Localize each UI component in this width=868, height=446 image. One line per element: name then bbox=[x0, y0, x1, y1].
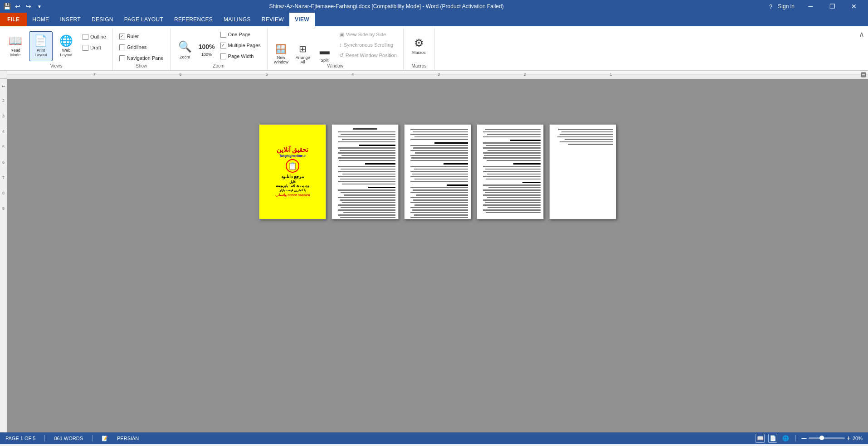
customize-quick-access-button[interactable]: ▼ bbox=[34, 1, 44, 11]
one-page-label: One Page bbox=[228, 32, 251, 37]
read-mode-button[interactable]: 📖 ReadMode bbox=[4, 31, 27, 61]
tab-design[interactable]: DESIGN bbox=[86, 13, 119, 26]
word-count: 861 WORDS bbox=[54, 436, 83, 441]
status-bar: PAGE 1 OF 5 861 WORDS 📝 PERSIAN 📖 📄 🌐 ─ … bbox=[0, 432, 868, 444]
window-title: Shiraz-Az-Nazar-Ejtemaee-Farhangi.docx [… bbox=[4, 3, 769, 10]
page-width-button[interactable]: Page Width bbox=[218, 52, 263, 61]
redo-button[interactable]: ↪ bbox=[24, 1, 34, 11]
close-button[interactable]: ✕ bbox=[844, 0, 864, 13]
document-page-5[interactable] bbox=[549, 124, 616, 219]
v-ruler-2: 2 bbox=[2, 98, 5, 103]
language: PERSIAN bbox=[117, 436, 139, 441]
read-mode-label: ReadMode bbox=[10, 48, 21, 57]
navigation-pane-checkbox[interactable] bbox=[119, 55, 125, 61]
status-separator-2 bbox=[92, 435, 93, 441]
page1-desc3: با کمترین قیمت بازار bbox=[279, 189, 306, 192]
ruler-label: Ruler bbox=[127, 34, 139, 39]
zoom-slider[interactable] bbox=[809, 437, 845, 439]
document-area[interactable]: تحقیق آنلاین Tahghighonline.ir 📋 مرجع دا… bbox=[7, 79, 868, 432]
ribbon-group-show: ✓ Ruler Gridlines Navigation Pane Show bbox=[113, 28, 171, 70]
navigation-pane-button[interactable]: Navigation Pane bbox=[117, 53, 166, 63]
one-page-button[interactable]: One Page bbox=[218, 30, 263, 39]
tab-mailings[interactable]: MAILINGS bbox=[218, 13, 256, 26]
zoom-decrease-button[interactable]: ─ bbox=[801, 434, 806, 442]
ruler-button[interactable]: ✓ Ruler bbox=[117, 32, 166, 41]
tab-insert[interactable]: INSERT bbox=[54, 13, 86, 26]
outline-button[interactable]: Outline bbox=[80, 32, 109, 41]
synchronous-scrolling-button[interactable]: ↕ Synchronous Scrolling bbox=[336, 40, 400, 49]
save-button[interactable]: 💾 bbox=[2, 1, 12, 11]
web-layout-button[interactable]: 🌐 WebLayout bbox=[54, 31, 78, 61]
collapse-icon[interactable]: ∧ bbox=[859, 30, 864, 39]
ruler-container-row: 7 6 5 4 3 2 1 bbox=[0, 71, 868, 79]
minimize-button[interactable]: ─ bbox=[800, 0, 821, 13]
status-web-layout-button[interactable]: 🌐 bbox=[781, 434, 790, 443]
page2-header bbox=[335, 128, 395, 130]
tab-home[interactable]: HOME bbox=[27, 13, 54, 26]
arrange-all-label: ArrangeAll bbox=[296, 55, 310, 64]
multiple-pages-label: Multiple Pages bbox=[228, 43, 261, 48]
print-layout-button[interactable]: 📄 PrintLayout bbox=[29, 31, 53, 61]
read-mode-icon: 📖 bbox=[9, 35, 22, 46]
zoom-label: Zoom bbox=[180, 55, 190, 59]
tab-view[interactable]: VIEW bbox=[289, 13, 315, 26]
new-window-label: NewWindow bbox=[274, 55, 288, 64]
tab-page-layout[interactable]: PAGE LAYOUT bbox=[119, 13, 169, 26]
v-ruler-4: 4 bbox=[2, 129, 5, 134]
zoom-100-button[interactable]: 100% 100% bbox=[198, 35, 216, 65]
tab-review[interactable]: REVIEW bbox=[256, 13, 289, 26]
page1-content: تحقیق آنلاین Tahghighonline.ir 📋 مرجع دا… bbox=[259, 125, 326, 219]
status-print-layout-button[interactable]: 📄 bbox=[768, 434, 777, 443]
page2-content bbox=[332, 125, 398, 219]
view-side-by-side-button[interactable]: ▣ View Side by Side bbox=[336, 30, 400, 39]
page-width-checkbox[interactable] bbox=[220, 53, 226, 59]
document-page-3[interactable] bbox=[404, 124, 471, 219]
gridlines-button[interactable]: Gridlines bbox=[117, 43, 166, 52]
tab-file[interactable]: FILE bbox=[0, 13, 27, 26]
spell-check-icon[interactable]: 📝 bbox=[102, 436, 108, 441]
page1-desc2: ورد-پی دی اف - پاورپوینت bbox=[276, 184, 309, 188]
zoom-thumb[interactable] bbox=[819, 436, 824, 440]
gridlines-checkbox[interactable] bbox=[119, 44, 125, 50]
page3-content bbox=[405, 125, 471, 219]
zoom-button[interactable]: 🔍 Zoom bbox=[174, 35, 196, 65]
draft-button[interactable]: Draft bbox=[80, 43, 109, 52]
window-group-label: Window bbox=[268, 63, 403, 68]
restore-button[interactable]: ❐ bbox=[822, 0, 843, 13]
draft-checkbox[interactable] bbox=[83, 45, 88, 51]
multiple-pages-button[interactable]: ✓ Multiple Pages bbox=[218, 41, 263, 50]
new-window-icon: 🪟 bbox=[275, 44, 287, 54]
print-layout-icon: 📄 bbox=[34, 35, 48, 46]
undo-button[interactable]: ↩ bbox=[13, 1, 23, 11]
ruler-num-6: 6 bbox=[180, 72, 182, 77]
outline-checkbox[interactable] bbox=[83, 34, 88, 40]
page-info: PAGE 1 OF 5 bbox=[5, 436, 35, 441]
zoom-percentage: 20% bbox=[853, 436, 863, 441]
ruler-toggle-icon bbox=[861, 72, 866, 78]
ruler-toggle-button[interactable] bbox=[861, 72, 866, 79]
document-page-2[interactable] bbox=[332, 124, 399, 219]
ruler-checkbox[interactable]: ✓ bbox=[119, 34, 125, 39]
ribbon-content: 📖 ReadMode 📄 PrintLayout 🌐 WebLayout Out… bbox=[0, 26, 868, 71]
zoom-increase-button[interactable]: + bbox=[847, 434, 851, 442]
tab-references[interactable]: REFERENCES bbox=[169, 13, 218, 26]
status-separator-1 bbox=[44, 435, 45, 441]
macros-group-label: Macros bbox=[404, 63, 434, 68]
ruler-num-2: 2 bbox=[524, 72, 526, 77]
split-icon: ▬ bbox=[320, 45, 330, 57]
sign-in-button[interactable]: Sign in bbox=[778, 3, 795, 10]
ribbon-collapse-button[interactable]: ∧ bbox=[855, 28, 868, 70]
document-page-4[interactable] bbox=[477, 124, 544, 219]
v-ruler-5: 5 bbox=[2, 145, 5, 149]
v-ruler-8: 8 bbox=[2, 191, 5, 195]
one-page-checkbox[interactable] bbox=[220, 32, 226, 38]
document-page-1[interactable]: تحقیق آنلاین Tahghighonline.ir 📋 مرجع دا… bbox=[259, 124, 326, 219]
macros-icon: ⚙ bbox=[414, 38, 424, 48]
multiple-pages-checkbox[interactable]: ✓ bbox=[220, 43, 226, 48]
macros-button[interactable]: ⚙ Macros bbox=[407, 31, 431, 61]
pages-container: تحقیق آنلاین Tahghighonline.ir 📋 مرجع دا… bbox=[259, 124, 616, 219]
status-read-mode-button[interactable]: 📖 bbox=[756, 434, 765, 443]
help-icon[interactable]: ? bbox=[769, 3, 772, 10]
page1-logo: 📋 bbox=[286, 159, 299, 173]
reset-window-position-button[interactable]: ↺ Reset Window Position bbox=[336, 51, 400, 60]
